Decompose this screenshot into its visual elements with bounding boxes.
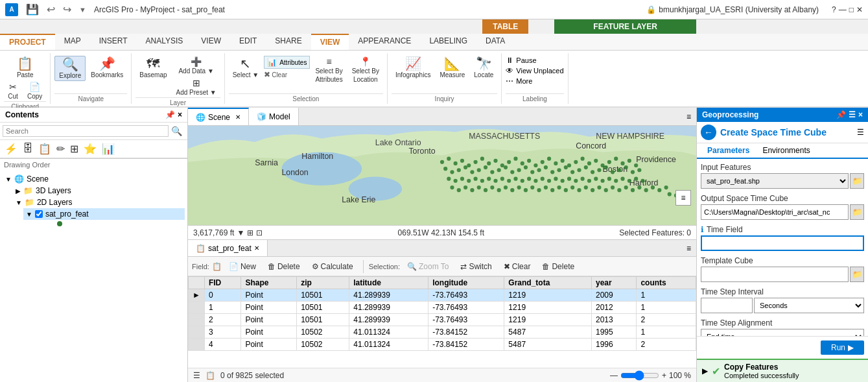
expand-footer-btn[interactable]: ▶ — [702, 366, 708, 376]
save-icon[interactable]: 💾 — [23, 3, 41, 16]
scale-tool1[interactable]: ⊞ — [247, 228, 253, 237]
scene-tab-close[interactable]: ✕ — [235, 113, 240, 121]
chart-btn[interactable]: 📊 — [100, 142, 117, 156]
new-button[interactable]: 📄 New — [224, 260, 261, 273]
run-button[interactable]: Run ▶ — [821, 340, 864, 355]
model-tab[interactable]: 🧊 Model — [249, 108, 299, 125]
table-row[interactable]: 4 Point 10502 41.011324 -73.84152 5487 1… — [189, 339, 696, 351]
tab-appearance[interactable]: APPEARANCE — [349, 34, 420, 50]
col-latitude[interactable]: latitude — [349, 277, 428, 289]
tab-data[interactable]: DATA — [476, 34, 514, 50]
zoom-in-btn[interactable]: + — [662, 371, 666, 380]
select-by-attributes-button[interactable]: ≡ Select By Attributes — [311, 56, 346, 84]
tab-edit[interactable]: EDIT — [230, 34, 266, 50]
tree-item-sat-feat[interactable]: ▼ sat_pro_feat — [23, 208, 185, 220]
zoom-to-button[interactable]: 🔍 Zoom To — [403, 260, 453, 273]
geopanel-pin-icon[interactable]: 📌 — [836, 110, 846, 119]
geopanel-options-icon[interactable]: ☰ — [857, 128, 864, 137]
table-tab-sat[interactable]: 📋 sat_pro_feat ✕ — [188, 240, 268, 256]
col-longitude[interactable]: longitude — [428, 277, 504, 289]
paste-button[interactable]: 📋 Paste — [4, 56, 46, 80]
tab-view[interactable]: VIEW — [192, 34, 230, 50]
map-content[interactable]: Sarnia Hamilton London Toronto Concord P… — [188, 126, 696, 225]
locate-button[interactable]: 🔭 Locate — [470, 56, 497, 80]
tab-labeling[interactable]: LABELING — [420, 34, 476, 50]
col-shape[interactable]: Shape — [241, 277, 297, 289]
switch-button[interactable]: ⇄ Switch — [456, 260, 496, 273]
output-cube-browse-btn[interactable]: 📁 — [850, 204, 864, 220]
cut-button[interactable]: ✂ Cut — [4, 81, 22, 101]
undo-icon[interactable]: ↩ — [44, 3, 58, 16]
table-panel-menu[interactable]: ≡ — [681, 244, 696, 253]
delete-button[interactable]: 🗑 Delete — [263, 260, 305, 273]
col-fid[interactable]: FID — [204, 277, 241, 289]
input-features-select[interactable]: sat_pro_feat.shp — [701, 173, 849, 189]
list-btn[interactable]: ≡ — [675, 190, 691, 206]
calculate-button[interactable]: ⚙ Calculate — [307, 260, 358, 273]
col-year[interactable]: year — [592, 277, 637, 289]
feature-layer-context-tab[interactable]: FEATURE LAYER — [554, 19, 696, 34]
redo-icon[interactable]: ↪ — [60, 3, 74, 16]
filter-btn[interactable]: ⚡ — [3, 142, 19, 156]
grid-btn[interactable]: ⊞ — [68, 142, 80, 156]
measure-button[interactable]: 📐 Measure — [436, 56, 469, 80]
help-btn[interactable]: ? — [832, 5, 836, 14]
scene-tab[interactable]: 🌐 Scene ✕ — [188, 108, 249, 125]
select-button[interactable]: ↖ Select ▼ — [229, 56, 263, 80]
table-row[interactable]: 2 Point 10501 41.289939 -73.76493 1219 2… — [189, 314, 696, 326]
table-tab-close[interactable]: ✕ — [254, 245, 259, 252]
more-label[interactable]: More — [516, 77, 532, 85]
layer-checkbox[interactable] — [35, 210, 43, 218]
clear-table-button[interactable]: ✖ Clear — [499, 260, 535, 273]
geopanel-menu-icon[interactable]: ☰ — [849, 110, 856, 119]
select-by-location-button[interactable]: 📍 Select By Location — [348, 56, 383, 84]
tab-share[interactable]: SHARE — [266, 34, 311, 50]
basemap-button[interactable]: 🗺 Basemap — [135, 56, 170, 80]
pen-btn[interactable]: ✏ — [54, 142, 67, 156]
time-step-alignment-select[interactable]: End time — [701, 329, 864, 336]
tab-view2[interactable]: VIEW — [311, 34, 349, 50]
input-features-browse-btn[interactable]: 📁 — [850, 173, 864, 189]
table-btn[interactable]: 📋 — [36, 142, 53, 156]
map-panel-menu[interactable]: ≡ — [681, 112, 696, 121]
table-row[interactable]: 3 Point 10502 41.011324 -73.84152 5487 1… — [189, 326, 696, 339]
copy-button[interactable]: 📄 Copy — [23, 81, 46, 101]
tab-environments[interactable]: Environments — [756, 143, 816, 159]
db-btn[interactable]: 🗄 — [21, 142, 35, 156]
zoom-out-btn[interactable]: — — [610, 371, 618, 380]
geopanel-back-btn[interactable]: ← — [701, 125, 716, 140]
bookmarks-button[interactable]: 📌 Bookmarks — [87, 56, 127, 80]
tab-analysis[interactable]: ANALYSIS — [137, 34, 193, 50]
col-grand-tota[interactable]: Grand_tota — [504, 277, 592, 289]
add-data-button[interactable]: ➕ Add Data ▼ — [172, 56, 220, 76]
template-cube-input[interactable] — [701, 267, 849, 282]
template-cube-browse-btn[interactable]: 📁 — [850, 267, 864, 282]
tab-parameters[interactable]: Parameters — [701, 143, 756, 159]
search-input[interactable] — [3, 125, 169, 137]
time-field-input[interactable] — [701, 235, 864, 251]
col-zip[interactable]: zip — [297, 277, 349, 289]
geopanel-close-icon[interactable]: × — [858, 110, 863, 119]
time-step-interval-input[interactable] — [701, 298, 753, 313]
tree-item-3d-layers[interactable]: ▶ 📁 3D Layers — [13, 185, 185, 197]
customize-icon[interactable]: ▼ — [76, 6, 89, 14]
sidebar-collapse-icon[interactable]: × — [178, 110, 182, 119]
delete-table-button[interactable]: 🗑 Delete — [537, 260, 579, 273]
infographics-button[interactable]: 📈 Infographics — [392, 56, 434, 80]
tab-insert[interactable]: INSERT — [90, 34, 137, 50]
tab-map[interactable]: MAP — [55, 34, 90, 50]
pin-icon[interactable]: 📌 — [165, 110, 175, 119]
explore-button[interactable]: 🔍 Explore — [54, 56, 86, 81]
table-row[interactable]: ► 0 Point 10501 41.289939 -73.76493 1219… — [189, 289, 696, 302]
add-preset-button[interactable]: ⊞ Add Preset ▼ — [172, 77, 220, 97]
tab-project[interactable]: PROJECT — [0, 34, 55, 50]
col-counts[interactable]: counts — [637, 277, 696, 289]
search-btn[interactable]: 🔍 — [169, 126, 185, 136]
tree-item-scene[interactable]: ▼ 🌐 Scene — [3, 173, 185, 185]
time-step-unit-select[interactable]: Seconds — [754, 298, 864, 313]
tree-item-2d-layers[interactable]: ▼ 📁 2D Layers — [13, 197, 185, 208]
maximize-btn[interactable]: □ — [849, 5, 854, 14]
minimize-btn[interactable]: — — [839, 5, 847, 14]
scale-dropdown-btn[interactable]: ▼ — [237, 228, 244, 237]
scale-tool2[interactable]: ⊡ — [256, 228, 263, 237]
